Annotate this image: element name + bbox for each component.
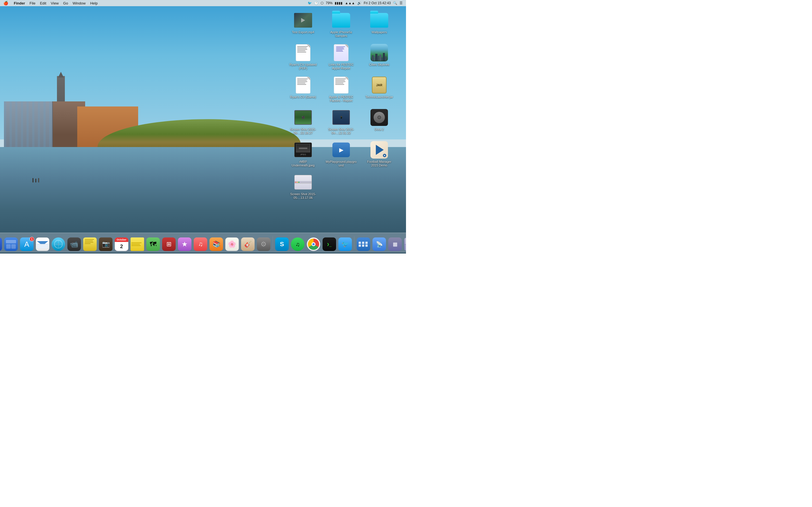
menubar-right: 🐦 🕐 ⬡ 79% ▮▮▮▮ ▲▲▲ 🔊 Fri 2 Oct 15:42:43 … (308, 1, 406, 5)
menu-go[interactable]: Go (61, 0, 70, 6)
desktop-icon-apple-pestec[interactable]: Apple & PESTEC Factors - Report (324, 75, 358, 106)
spotlight-icon[interactable]: 🔍 (393, 1, 397, 5)
icon-label-screenshot-browser: Screen Shot 2015-05-...13.17.06 (288, 192, 319, 200)
menu-items: Finder File Edit View Go Window Help (11, 0, 100, 6)
dock-item-calendar[interactable]: October 2 (114, 236, 129, 251)
volume-icon[interactable]: 🔊 (357, 1, 361, 5)
desktop-icon-screenshot-browser[interactable]: Screen Shot 2015-05-...13.17.06 (286, 172, 320, 203)
dock-item-facetime[interactable]: 📹 (67, 236, 82, 251)
dock-item-ilife[interactable]: ★ (177, 236, 192, 251)
desktop-icon-test-export-mp4[interactable]: Test Export.mp4 (286, 10, 320, 41)
notification-center-icon[interactable]: ☰ (400, 1, 403, 5)
dock-item-maps[interactable]: 🗺 (146, 236, 160, 251)
dock-item-appstore[interactable]: A 1 (19, 236, 34, 251)
dock-item-mosaic[interactable]: ⊞ (161, 236, 176, 251)
dock-item-books[interactable]: 📚 (209, 236, 223, 251)
desktop-icons: Test Export.mp4 Apple iPhone5s Samples W… (285, 8, 403, 231)
desktop-icon-cities-skylines[interactable]: Cities Skylines (362, 42, 396, 73)
pdf-icon-ryans-cv-game (296, 76, 310, 94)
icon-label-ryans-cv-pdf: Ryan's CV Updated (PDF) (288, 63, 319, 70)
menu-help[interactable]: Help (88, 0, 100, 6)
icon-label-dota2: Dota 2 (375, 128, 384, 131)
desktop-icon-apple-iphone5s[interactable]: Apple iPhone5s Samples (324, 10, 358, 41)
icon-label-playground: MyPlayground.playground (326, 160, 357, 167)
desktop-icon-dota2[interactable]: ⚙ Dota 2 (362, 107, 396, 138)
dock-item-network[interactable]: 📡 (372, 236, 387, 251)
menu-window[interactable]: Window (70, 0, 88, 6)
icon-label-test-export: Test Export.mp4 (292, 31, 314, 34)
playground-icon: ▶ (333, 143, 350, 157)
icon-label-screenshot-green: Screen Shot 2015-09-...22.18.27 (288, 128, 319, 135)
dock-item-mission-control[interactable] (4, 236, 18, 251)
time-machine-icon[interactable]: 🕐 (314, 1, 318, 5)
dock-item-terminal[interactable]: ❯_ (322, 236, 337, 251)
video-thumbnail (294, 13, 312, 27)
dock-item-launchpad2[interactable] (356, 236, 371, 251)
dock-item-chrome[interactable] (306, 236, 321, 251)
battery-icon[interactable]: ▮▮▮▮ (335, 1, 343, 5)
dock-item-control[interactable]: ▦ (388, 236, 402, 251)
menu-file[interactable]: File (28, 0, 38, 6)
icon-label-screenshot-blue: Screen Shot 2015-04-...12.31.22 (326, 128, 357, 135)
dock-item-skype[interactable]: S (274, 236, 289, 251)
icon-label-iphone5s: Apple iPhone5s Samples (326, 31, 357, 38)
desktop-icon-wallpapers[interactable]: Wallpapers (362, 10, 396, 41)
people (33, 178, 39, 182)
screenshot-icon-browser (294, 175, 312, 189)
twitter-menubar-icon[interactable]: 🐦 (308, 1, 312, 5)
folder-icon-iphone5s (332, 13, 350, 27)
dock-item-garageband[interactable]: 🎸 (241, 236, 255, 251)
bluetooth-icon[interactable]: ⬡ (320, 1, 323, 5)
icon-label-ryans-cv-game: Ryan's CV (Game) (290, 95, 316, 99)
dock-item-music[interactable]: ♫ (193, 236, 208, 251)
icon-label-links-pestec: Links for PESTEC Apple Report (326, 63, 357, 70)
desktop-icon-rmbp-jpeg[interactable]: JPEG rMBP Underneath.jpeg (286, 139, 320, 170)
pdf-icon-apple-pestec (334, 76, 349, 94)
desktop-icon-ryans-cv-pdf[interactable]: Ryan's CV Updated (PDF) (286, 42, 320, 73)
screenshot-icon-green: ⬛ (294, 110, 312, 125)
screenshot-icon-blue: 📱 (333, 110, 350, 125)
dock-item-notes[interactable] (83, 236, 97, 251)
pdf-icon-ryans-cv (296, 44, 310, 61)
datetime: Fri 2 Oct 15:42:43 (364, 1, 391, 5)
icon-label-cities: Cities Skylines (369, 63, 389, 66)
dock: 🚀 A 1 (0, 233, 406, 252)
desktop-icon-links-pestec[interactable]: Links for PESTEC Apple Report (324, 42, 358, 73)
jar-icon: JAR (372, 76, 387, 94)
cities-icon (370, 44, 388, 61)
desktop-icon-ryans-cv-game[interactable]: Ryan's CV (Game) (286, 75, 320, 106)
desktop-icon-screenshot-blue[interactable]: 📱 Screen Shot 2015-04-...12.31.22 (324, 107, 358, 138)
icon-label-technic: TechnicLauncher.jar (365, 95, 393, 99)
desktop-icon-playground[interactable]: ▶ MyPlayground.playground (324, 139, 358, 170)
dock-item-gallery[interactable] (403, 236, 406, 251)
fm2015-icon: ▶ (370, 141, 388, 159)
menu-view[interactable]: View (49, 0, 61, 6)
dock-item-photobooth[interactable]: 📷 (98, 236, 113, 251)
icon-label-apple-pestec: Apple & PESTEC Factors - Report (326, 95, 357, 103)
dock-separator-2 (354, 236, 354, 249)
icon-label-fm2015: Football Manager 2015 Demo (364, 160, 395, 167)
desktop-icon-fm2015[interactable]: ▶ Football Manager 2015 Demo (362, 139, 396, 170)
folder-icon-wallpapers (370, 13, 388, 27)
desktop: 🍎 Finder File Edit View Go Window Help 🐦… (0, 0, 406, 253)
apple-menu[interactable]: 🍎 (3, 1, 8, 5)
dock-item-twitter[interactable]: 🐦 (338, 236, 352, 251)
dock-item-launchpad[interactable]: 🚀 (0, 236, 3, 251)
jpeg-icon: JPEG (294, 143, 312, 157)
pdf-icon-links-pestec (334, 44, 349, 61)
icon-label-wallpapers: Wallpapers (371, 31, 387, 34)
dock-item-sysprefs[interactable]: ⚙ (256, 236, 271, 251)
dota2-icon: ⚙ (370, 109, 388, 126)
dock-item-spotify[interactable]: ♫ (290, 236, 305, 251)
dock-item-mail[interactable] (35, 236, 50, 251)
appstore-badge: 1 (30, 237, 34, 241)
desktop-icon-screenshot-green[interactable]: ⬛ Screen Shot 2015-09-...22.18.27 (286, 107, 320, 138)
wifi-icon[interactable]: ▲▲▲ (345, 1, 355, 5)
dock-item-safari[interactable] (51, 236, 66, 251)
menu-edit[interactable]: Edit (38, 0, 49, 6)
menu-finder[interactable]: Finder (11, 0, 28, 6)
battery-percentage: 79% (326, 1, 333, 5)
desktop-icon-technic-launcher[interactable]: JAR TechnicLauncher.jar (362, 75, 396, 106)
dock-item-photos[interactable]: 🌸 (225, 236, 239, 251)
dock-item-stickies[interactable] (130, 236, 145, 251)
